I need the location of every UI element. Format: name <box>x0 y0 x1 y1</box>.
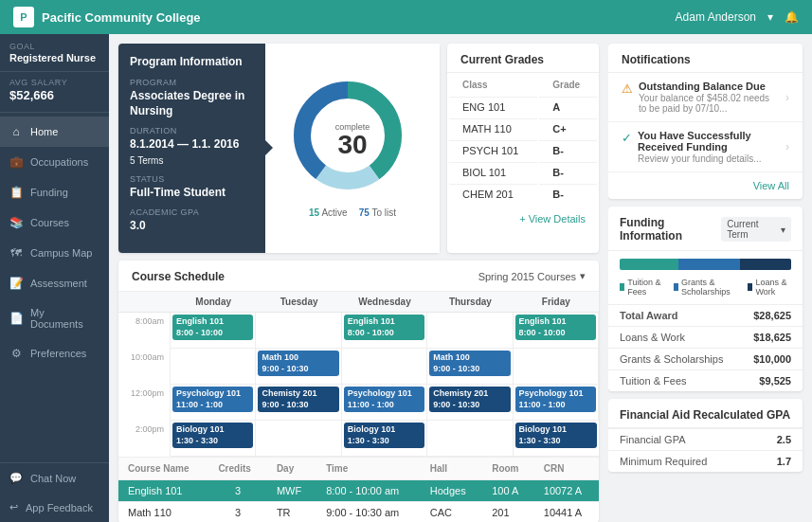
sg-tue-2pm <box>256 421 341 457</box>
sched-credits: 3 <box>208 479 267 501</box>
funding-row-label: Grants & Scholarships <box>620 353 723 365</box>
table-row[interactable]: English 101 3 MWF 8:00 - 10:00 am Hodges… <box>118 479 599 501</box>
sg-mon-12pm: Psychology 10111:00 - 1:00 <box>171 385 256 421</box>
funding-term-label: Current Term <box>727 219 777 240</box>
campus-map-icon: 🗺 <box>9 246 23 260</box>
home-icon: ⌂ <box>9 125 23 138</box>
grade-value: A <box>539 97 597 117</box>
grades-col-class: Class <box>449 75 537 95</box>
nav-home-label: Home <box>30 126 58 137</box>
user-dropdown-icon[interactable]: ▾ <box>767 10 773 24</box>
table-row[interactable]: Math 110 3 TR 9:00 - 10:30 am CAC 201 10… <box>118 501 599 522</box>
sg-mon-header: Monday <box>171 292 256 313</box>
schedule-term-label: Spring 2015 Courses <box>478 271 576 282</box>
sched-room: 201 <box>482 501 534 522</box>
funding-term-icon: ▾ <box>781 225 785 235</box>
sg-tue-10am: Math 1009:00 - 10:30 <box>256 349 341 385</box>
nav-funding-label: Funding <box>30 187 68 198</box>
funding-legend: Tuition & Fees Grants & Scholarships Loa… <box>608 274 803 304</box>
donut-legend: 15 Active 75 To list <box>309 207 396 218</box>
schedule-title: Course Schedule <box>132 270 225 283</box>
to-list-label: To list <box>371 207 396 218</box>
preferences-icon: ⚙ <box>9 347 23 360</box>
sidebar-item-funding[interactable]: 📋 Funding <box>0 177 109 207</box>
sched-hall: CAC <box>421 501 482 522</box>
sidebar: GOAL Registered Nurse AVG SALARY $52,666… <box>0 34 109 522</box>
table-row: BIOL 101B- <box>449 162 597 182</box>
schedule-term-dropdown[interactable]: Spring 2015 Courses ▾ <box>478 270 586 282</box>
grades-view-details[interactable]: + View Details <box>447 206 599 232</box>
grants-dot <box>674 283 678 291</box>
class-psych101-fri[interactable]: Psychology 10111:00 - 1:00 <box>515 387 596 412</box>
grade-class: ENG 101 <box>449 97 537 117</box>
schedule-table: Course Name Credits Day Time Hall Room C… <box>118 457 599 522</box>
sg-fri-2pm: Biology 1011:30 - 3:30 <box>514 421 599 457</box>
program-left-panel: Program Information Program Associates D… <box>118 44 265 253</box>
logo-icon: P <box>20 11 27 23</box>
class-chem201-tue[interactable]: Chemisty 2019:00 - 10:30 <box>258 387 338 412</box>
sg-thu-8am <box>427 313 513 349</box>
sg-tue-8am <box>256 313 341 349</box>
sched-time: 9:00 - 10:30 am <box>316 501 421 522</box>
funding-row: Total Award $28,625 <box>608 304 803 326</box>
sidebar-item-feedback[interactable]: ↩ App Feedback <box>0 493 109 522</box>
notif-balance-title: Outstanding Balance Due <box>639 81 780 92</box>
notif-item-balance[interactable]: ⚠ Outstanding Balance Due Your balance o… <box>608 73 803 122</box>
sched-crn: 10072 A <box>534 479 599 501</box>
goal-value: Registered Nurse <box>9 52 99 63</box>
funding-row-label: Tuition & Fees <box>620 375 687 387</box>
class-bio101-mon[interactable]: Biology 1011:30 - 3:30 <box>172 423 253 448</box>
grades-col-grade: Grade <box>539 75 597 95</box>
class-psych101-wed[interactable]: Psychology 10111:00 - 1:00 <box>344 387 424 412</box>
assessment-icon: 📝 <box>9 277 23 290</box>
sidebar-item-home[interactable]: ⌂ Home <box>0 117 109 147</box>
donut-center: complete 30 <box>335 122 370 158</box>
grades-title: Current Grades <box>447 44 599 73</box>
class-math100-thu[interactable]: Math 1009:00 - 10:30 <box>429 351 510 376</box>
class-math100-tue[interactable]: Math 1009:00 - 10:30 <box>258 351 338 376</box>
top-row: Program Information Program Associates D… <box>118 44 599 253</box>
bell-icon[interactable]: 🔔 <box>785 10 799 24</box>
sidebar-item-courses[interactable]: 📚 Courses <box>0 207 109 238</box>
faid-title: Financial Aid Recalculated GPA <box>608 399 803 428</box>
funding-rows: Total Award $28,625 Loans & Work $18,625… <box>608 304 803 391</box>
faid-row: Financial GPA 2.5 <box>608 428 803 450</box>
donut-chart: complete 30 <box>291 79 414 202</box>
notif-item-funding[interactable]: ✓ You Have Successfully Received Funding… <box>608 122 803 172</box>
funding-row-label: Loans & Work <box>620 332 685 343</box>
feedback-label: App Feedback <box>26 502 93 513</box>
chat-label: Chat Now <box>30 473 76 484</box>
sidebar-item-documents[interactable]: 📄 My Documents <box>0 298 109 338</box>
funding-row: Tuition & Fees $9,525 <box>608 369 803 391</box>
notif-view-all[interactable]: View All <box>608 172 803 199</box>
duration-value: 8.1.2014 — 1.1. 2016 <box>130 137 254 153</box>
class-eng101-mon[interactable]: English 1018:00 - 10:00 <box>172 315 253 340</box>
sidebar-item-assessment[interactable]: 📝 Assessment <box>0 268 109 298</box>
user-name[interactable]: Adam Anderson <box>676 10 756 24</box>
class-psych101-mon[interactable]: Psychology 10111:00 - 1:00 <box>172 387 253 412</box>
sg-wed-header: Wednesday <box>342 292 427 313</box>
class-chem201-thu[interactable]: Chemisty 2019:00 - 10:30 <box>429 387 510 412</box>
sidebar-item-campus-map[interactable]: 🗺 Campus Map <box>0 238 109 268</box>
class-bio101-fri[interactable]: Biology 1011:30 - 3:30 <box>515 423 597 448</box>
class-eng101-fri[interactable]: English 1018:00 - 10:00 <box>515 315 596 340</box>
donut-legend-active: 15 Active <box>309 207 348 218</box>
sg-mon-2pm: Biology 1011:30 - 3:30 <box>171 421 256 457</box>
funding-term-dropdown[interactable]: Current Term ▾ <box>721 217 791 242</box>
salary-value: $52,666 <box>9 88 99 102</box>
notifications-title: Notifications <box>608 44 803 73</box>
sidebar-item-chat[interactable]: 💬 Chat Now <box>0 463 109 493</box>
sg-thu-2pm <box>427 421 513 457</box>
grade-value: B- <box>539 162 597 182</box>
col-credits: Credits <box>208 457 267 479</box>
sidebar-salary: AVG SALARY $52,666 <box>0 72 109 113</box>
funding-bar-wrap <box>608 251 803 274</box>
faid-rows: Financial GPA 2.5 Minimum Required 1.7 <box>608 428 803 472</box>
funding-row: Loans & Work $18,625 <box>608 326 803 348</box>
sidebar-item-preferences[interactable]: ⚙ Preferences <box>0 338 109 369</box>
program-info-card: Program Information Program Associates D… <box>118 44 440 253</box>
class-bio101-wed[interactable]: Biology 1011:30 - 3:30 <box>344 423 424 448</box>
table-row: MATH 110C+ <box>449 118 597 138</box>
class-eng101-wed[interactable]: English 1018:00 - 10:00 <box>344 315 424 340</box>
sidebar-item-occupations[interactable]: 💼 Occupations <box>0 147 109 177</box>
